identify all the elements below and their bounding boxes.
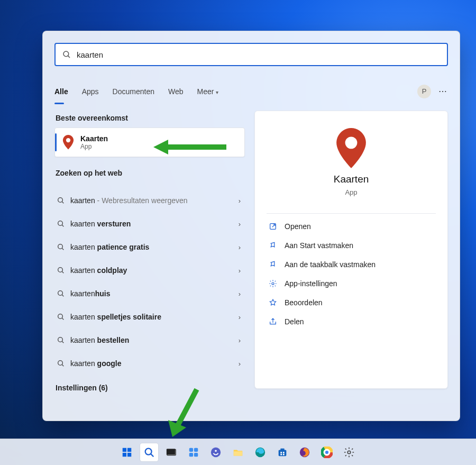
web-result-label: kaarten coldplay xyxy=(70,266,233,275)
svg-point-55 xyxy=(347,451,351,454)
svg-point-0 xyxy=(63,51,69,57)
tab-web[interactable]: Web xyxy=(168,85,184,98)
taskbar-store-icon[interactable] xyxy=(273,443,291,461)
tab-apps[interactable]: Apps xyxy=(82,85,99,98)
chevron-right-icon: › xyxy=(239,313,241,321)
taskbar-chat-icon[interactable] xyxy=(207,443,225,461)
app-name: Kaarten xyxy=(334,174,369,185)
svg-point-3 xyxy=(58,198,63,203)
taskbar-chrome-icon[interactable] xyxy=(318,443,336,461)
tab-documenten[interactable]: Documenten xyxy=(113,85,154,98)
svg-point-7 xyxy=(58,244,63,249)
pin-start-icon xyxy=(269,241,277,250)
svg-point-39 xyxy=(215,450,217,452)
svg-line-8 xyxy=(62,248,63,250)
best-match-heading: Beste overeenkomst xyxy=(56,114,245,122)
search-icon xyxy=(57,220,65,228)
svg-rect-33 xyxy=(167,449,176,454)
action-label: Aan Start vastmaken xyxy=(285,241,353,250)
taskbar-taskview-icon[interactable] xyxy=(162,443,180,461)
web-result-label: kaarten - Webresultaten weergeven xyxy=(70,196,233,205)
action-label: Openen xyxy=(285,222,311,231)
actions-list: OpenenAan Start vastmakenAan de taakbalk… xyxy=(267,217,436,331)
chevron-right-icon: › xyxy=(239,220,241,228)
best-match-item[interactable]: Kaarten App xyxy=(54,127,245,157)
open-icon xyxy=(269,222,277,231)
search-icon xyxy=(57,266,65,275)
taskbar-settings-icon[interactable] xyxy=(340,443,358,461)
svg-rect-36 xyxy=(189,452,193,456)
taskbar-search-icon[interactable] xyxy=(140,443,158,461)
svg-line-16 xyxy=(62,341,63,343)
web-result-item[interactable]: kaarten - Webresultaten weergeven› xyxy=(54,189,245,212)
action-open[interactable]: Openen xyxy=(267,217,436,236)
svg-point-13 xyxy=(58,314,63,319)
tab-alle[interactable]: Alle xyxy=(54,85,68,98)
search-input[interactable] xyxy=(71,50,441,59)
svg-rect-46 xyxy=(280,453,282,455)
web-result-item[interactable]: kaartenhuis› xyxy=(54,282,245,305)
svg-line-6 xyxy=(62,225,63,226)
taskbar-explorer-icon[interactable] xyxy=(229,443,247,461)
share-icon xyxy=(269,317,277,326)
web-result-label: kaarten spelletjes solitaire xyxy=(70,313,233,321)
svg-rect-34 xyxy=(189,448,193,451)
action-share[interactable]: Delen xyxy=(267,312,436,331)
web-result-label: kaarten patience gratis xyxy=(70,243,233,251)
action-pin-start[interactable]: Aan Start vastmaken xyxy=(267,236,436,255)
web-result-item[interactable]: kaarten spelletjes solitaire› xyxy=(54,305,245,329)
svg-rect-28 xyxy=(123,452,126,456)
map-pin-icon xyxy=(334,128,368,168)
web-results-list: kaarten - Webresultaten weergeven›kaarte… xyxy=(54,189,245,375)
svg-point-38 xyxy=(211,447,221,457)
settings-heading: Instellingen (6) xyxy=(56,384,245,392)
svg-rect-45 xyxy=(283,452,285,453)
web-result-item[interactable]: kaarten versturen› xyxy=(54,212,245,235)
svg-line-31 xyxy=(151,453,153,456)
svg-line-12 xyxy=(62,295,63,296)
tab-meer[interactable]: Meer▾ xyxy=(197,85,219,98)
tabs-row: Alle Apps Documenten Web Meer▾ P ⋯ xyxy=(54,80,448,103)
svg-point-11 xyxy=(58,291,63,296)
web-result-item[interactable]: kaarten patience gratis› xyxy=(54,235,245,259)
more-options-button[interactable]: ⋯ xyxy=(438,86,448,96)
web-result-item[interactable]: kaarten google› xyxy=(54,352,245,375)
chevron-right-icon: › xyxy=(239,336,241,344)
taskbar-widgets-icon[interactable] xyxy=(185,443,203,461)
action-star[interactable]: Beoordelen xyxy=(267,293,436,312)
taskbar-firefox-icon[interactable] xyxy=(296,443,314,461)
web-result-item[interactable]: kaarten bestellen› xyxy=(54,329,245,352)
action-pin-taskbar[interactable]: Aan de taakbalk vastmaken xyxy=(267,255,436,274)
svg-rect-35 xyxy=(194,448,198,451)
search-bar[interactable] xyxy=(54,43,448,66)
svg-rect-43 xyxy=(280,448,284,450)
app-hero: Kaarten App xyxy=(267,125,436,206)
chevron-right-icon: › xyxy=(239,290,241,298)
map-pin-icon xyxy=(62,135,74,150)
user-avatar[interactable]: P xyxy=(417,85,431,98)
web-result-label: kaarten bestellen xyxy=(70,336,233,344)
search-icon xyxy=(57,336,65,344)
chevron-right-icon: › xyxy=(239,197,241,205)
search-icon xyxy=(57,359,65,368)
action-label: Beoordelen xyxy=(285,298,323,307)
taskbar-edge-icon[interactable] xyxy=(251,443,269,461)
svg-rect-26 xyxy=(123,448,126,451)
search-icon xyxy=(62,50,71,59)
divider xyxy=(267,213,436,214)
web-result-label: kaarten versturen xyxy=(70,220,233,228)
svg-point-17 xyxy=(58,361,63,366)
svg-point-30 xyxy=(145,448,152,454)
action-settings[interactable]: App-instellingen xyxy=(267,274,436,293)
search-panel: Alle Apps Documenten Web Meer▾ P ⋯ Beste… xyxy=(42,31,460,421)
web-result-label: kaarten google xyxy=(70,359,233,368)
svg-rect-29 xyxy=(127,452,131,456)
web-result-item[interactable]: kaarten coldplay› xyxy=(54,259,245,282)
svg-rect-27 xyxy=(127,448,131,451)
svg-line-10 xyxy=(62,271,63,273)
svg-point-2 xyxy=(66,138,70,142)
taskbar-start-icon[interactable] xyxy=(118,443,136,461)
svg-point-19 xyxy=(345,136,358,149)
results-left-column: Beste overeenkomst Kaarten App Zoeken op… xyxy=(54,111,245,410)
settings-icon xyxy=(269,279,277,288)
